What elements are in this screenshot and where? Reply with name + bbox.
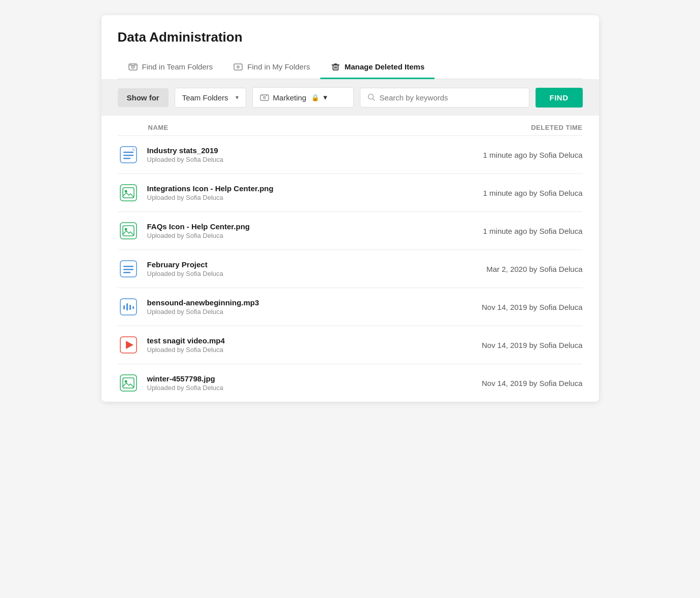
deleted-time: Nov 14, 2019 by Sofia Deluca <box>482 341 582 349</box>
file-info: Industry stats_2019 Uploaded by Sofia De… <box>147 146 223 163</box>
file-uploader: Uploaded by Sofia Deluca <box>147 308 259 315</box>
deleted-time: Nov 14, 2019 by Sofia Deluca <box>482 379 582 388</box>
file-info: bensound-anewbeginning.mp3 Uploaded by S… <box>147 298 259 315</box>
file-name: FAQs Icon - Help Center.png <box>147 222 250 231</box>
main-container: Data Administration Find in Team Folders <box>102 15 599 402</box>
svg-point-10 <box>266 95 267 96</box>
svg-rect-24 <box>123 266 134 267</box>
table-row: February Project Uploaded by Sofia Deluc… <box>118 250 583 288</box>
table-area: NAME DELETED TIME Industry stats_2019 <box>102 116 599 402</box>
svg-rect-15 <box>123 158 130 159</box>
svg-point-1 <box>131 66 134 68</box>
file-icon-image <box>118 220 139 241</box>
svg-rect-28 <box>123 305 125 309</box>
svg-point-22 <box>124 228 127 231</box>
tabs-bar: Find in Team Folders Find in My Folders <box>118 55 583 79</box>
deleted-time: Mar 2, 2020 by Sofia Deluca <box>486 265 582 273</box>
folder-type-value: Team Folders <box>182 93 228 102</box>
deleted-time: Nov 14, 2019 by Sofia Deluca <box>482 303 582 311</box>
file-icon-document <box>118 258 139 279</box>
folder-name-dropdown[interactable]: Marketing 🔒 ▾ <box>252 87 354 108</box>
file-name: winter-4557798.jpg <box>147 374 223 383</box>
find-button[interactable]: FIND <box>536 88 583 108</box>
file-uploader: Uploaded by Sofia Deluca <box>147 232 250 239</box>
svg-point-2 <box>130 64 131 65</box>
table-row: FAQs Icon - Help Center.png Uploaded by … <box>118 212 583 250</box>
svg-rect-13 <box>123 152 134 153</box>
team-folders-icon <box>128 61 138 72</box>
row-left: Integrations Icon - Help Center.png Uplo… <box>118 182 274 203</box>
file-icon-document <box>118 144 139 165</box>
search-box[interactable] <box>360 88 529 108</box>
svg-point-36 <box>124 380 127 383</box>
svg-rect-27 <box>120 299 137 315</box>
file-info: FAQs Icon - Help Center.png Uploaded by … <box>147 222 250 239</box>
svg-point-3 <box>135 64 136 65</box>
row-left: winter-4557798.jpg Uploaded by Sofia Del… <box>118 372 223 394</box>
search-input[interactable] <box>380 93 522 102</box>
col-time-header: DELETED TIME <box>531 124 582 131</box>
svg-rect-26 <box>123 272 130 273</box>
table-row: test snagit video.mp4 Uploaded by Sofia … <box>118 326 583 364</box>
file-uploader: Uploaded by Sofia Deluca <box>147 194 274 201</box>
toolbar: Show for Team Folders ▾ Marketing 🔒 ▾ <box>102 79 599 116</box>
table-row: winter-4557798.jpg Uploaded by Sofia Del… <box>118 364 583 402</box>
file-name: bensound-anewbeginning.mp3 <box>147 298 259 307</box>
file-name: Integrations Icon - Help Center.png <box>147 184 274 193</box>
file-icon-audio <box>118 296 139 318</box>
tab-find-my-label: Find in My Folders <box>247 62 310 71</box>
my-folders-icon <box>233 61 243 72</box>
row-left: Industry stats_2019 Uploaded by Sofia De… <box>118 144 223 165</box>
lock-icon: 🔒 <box>311 94 319 101</box>
svg-rect-0 <box>129 64 137 70</box>
folder-type-dropdown[interactable]: Team Folders ▾ <box>175 88 246 108</box>
tab-manage-deleted-label: Manage Deleted Items <box>345 62 425 71</box>
svg-point-5 <box>237 66 239 68</box>
svg-rect-14 <box>123 155 134 156</box>
table-row: Industry stats_2019 Uploaded by Sofia De… <box>118 135 583 173</box>
file-info: test snagit video.mp4 Uploaded by Sofia … <box>147 336 225 354</box>
svg-point-9 <box>262 95 263 96</box>
chevron-down-icon: ▾ <box>236 94 239 101</box>
row-left: FAQs Icon - Help Center.png Uploaded by … <box>118 220 250 241</box>
table-row: Integrations Icon - Help Center.png Uplo… <box>118 173 583 212</box>
show-for-label: Show for <box>118 88 169 107</box>
file-info: winter-4557798.jpg Uploaded by Sofia Del… <box>147 374 223 392</box>
file-icon-image <box>118 372 139 394</box>
tab-find-my[interactable]: Find in My Folders <box>223 55 320 79</box>
file-name: February Project <box>147 260 223 269</box>
svg-rect-4 <box>234 64 242 70</box>
file-icon-image <box>118 182 139 203</box>
file-uploader: Uploaded by Sofia Deluca <box>147 156 223 163</box>
file-uploader: Uploaded by Sofia Deluca <box>147 270 223 277</box>
svg-rect-31 <box>132 306 134 309</box>
table-header: NAME DELETED TIME <box>118 116 583 135</box>
table-row: bensound-anewbeginning.mp3 Uploaded by S… <box>118 288 583 326</box>
svg-rect-25 <box>123 269 134 270</box>
col-name-header: NAME <box>118 124 169 131</box>
search-icon <box>368 93 376 101</box>
deleted-time: 1 minute ago by Sofia Deluca <box>483 189 583 197</box>
svg-rect-29 <box>126 303 128 310</box>
deleted-time: 1 minute ago by Sofia Deluca <box>483 227 583 235</box>
svg-rect-30 <box>129 305 131 310</box>
tab-manage-deleted[interactable]: Manage Deleted Items <box>320 55 435 79</box>
tab-find-team-label: Find in Team Folders <box>142 62 213 71</box>
file-info: Integrations Icon - Help Center.png Uplo… <box>147 184 274 201</box>
folder-name-value: Marketing <box>273 93 307 102</box>
svg-rect-7 <box>260 95 269 100</box>
trash-icon <box>330 61 341 72</box>
file-uploader: Uploaded by Sofia Deluca <box>147 384 223 392</box>
header: Data Administration Find in Team Folders <box>102 15 599 79</box>
file-name: Industry stats_2019 <box>147 146 223 155</box>
row-left: bensound-anewbeginning.mp3 Uploaded by S… <box>118 296 259 318</box>
deleted-time: 1 minute ago by Sofia Deluca <box>483 151 583 159</box>
row-left: February Project Uploaded by Sofia Deluc… <box>118 258 223 279</box>
file-name: test snagit video.mp4 <box>147 336 225 345</box>
folder-chevron-icon: ▾ <box>323 93 327 102</box>
file-uploader: Uploaded by Sofia Deluca <box>147 346 225 354</box>
svg-point-8 <box>263 97 265 99</box>
tab-find-team[interactable]: Find in Team Folders <box>118 55 223 79</box>
svg-point-19 <box>124 190 127 193</box>
page-title: Data Administration <box>118 29 583 45</box>
